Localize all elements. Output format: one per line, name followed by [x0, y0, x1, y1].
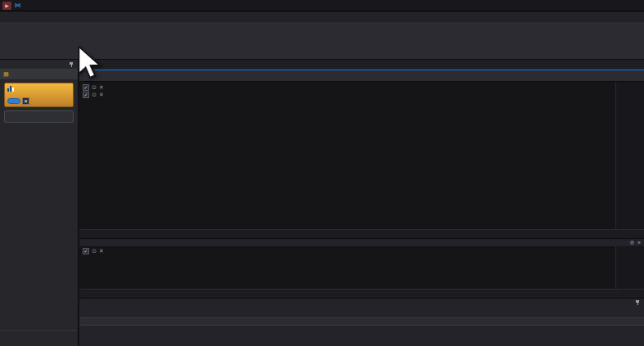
ribbon-tab-strip — [0, 11, 644, 22]
price-axis[interactable] — [615, 82, 644, 229]
sma-remove-icon[interactable]: ✕ — [99, 92, 104, 98]
logs-panel — [79, 298, 644, 346]
quick-access-toolbar: ▶ ⋈ — [2, 2, 22, 10]
price-chart-pane: ✓ ⊙ ✕ ✓ ⊙ ✕ — [79, 82, 644, 238]
minimize-button[interactable] — [603, 1, 615, 11]
chart-toolbar — [79, 70, 644, 82]
price-time-axis[interactable] — [79, 229, 644, 238]
titlebar: ▶ ⋈ — [0, 0, 644, 11]
data-sources-header — [0, 60, 78, 70]
panel-pin-icon[interactable] — [68, 61, 74, 68]
volume-visibility-checkbox[interactable]: ✓ — [83, 248, 89, 254]
volume-chart-pane: ✓ ⊙ ✕ — [79, 246, 644, 298]
source-cards: ✕ — [0, 79, 78, 126]
volume-chart-canvas[interactable] — [79, 246, 615, 289]
volume-legend: ✓ ⊙ ✕ — [83, 248, 106, 254]
series-settings-icon[interactable]: ⊙ — [92, 84, 97, 91]
sources-section-bar[interactable]: ▤ — [0, 70, 78, 79]
logs-pin-icon[interactable] — [634, 299, 641, 306]
volume-pane-titlebar[interactable]: ⚙ ≡ — [79, 238, 644, 246]
sma-visibility-checkbox[interactable]: ✓ — [83, 92, 89, 98]
maximize-button[interactable] — [616, 1, 628, 11]
sources-section-icon: ▤ — [3, 71, 9, 78]
finam-logo-icon — [7, 85, 70, 92]
price-chart-canvas[interactable] — [79, 82, 615, 229]
content-area: ✓ ⊙ ✕ ✓ ⊙ ✕ ⚙ ≡ ✓ ⊙ — [79, 60, 644, 346]
document-tab-strip — [79, 60, 644, 70]
volume-time-axis[interactable] — [79, 289, 644, 298]
volume-pane-menu-icon[interactable]: ≡ — [637, 240, 641, 246]
sma-settings-icon[interactable]: ⊙ — [92, 92, 97, 98]
volume-pane-settings-icon[interactable]: ⚙ — [629, 240, 634, 246]
window-controls — [603, 1, 642, 11]
source-enable-toggle[interactable] — [7, 98, 20, 104]
close-button[interactable] — [629, 1, 642, 11]
chart-legend: ✓ ⊙ ✕ ✓ ⊙ ✕ — [83, 84, 109, 98]
app-logo-icon: ⋈ — [13, 2, 22, 10]
legend-row-candles: ✓ ⊙ ✕ — [83, 84, 109, 91]
quick-start-icon[interactable]: ▶ — [2, 2, 11, 10]
legend-row-volume: ✓ ⊙ ✕ — [83, 248, 106, 254]
logs-toolbar — [79, 307, 644, 317]
series-visibility-checkbox[interactable]: ✓ — [83, 84, 89, 91]
source-card-finam[interactable]: ✕ — [4, 83, 74, 107]
legend-row-sma: ✓ ⊙ ✕ — [83, 92, 109, 98]
finam-card-controls: ✕ — [7, 97, 70, 105]
volume-remove-icon[interactable]: ✕ — [99, 248, 104, 254]
ribbon — [0, 22, 644, 60]
series-remove-icon[interactable]: ✕ — [99, 84, 104, 91]
volume-pane-icons: ⚙ ≡ — [629, 240, 641, 246]
sidebar-nav — [0, 330, 78, 331]
logs-table-header — [79, 317, 644, 326]
source-card-mfd[interactable] — [4, 110, 74, 123]
volume-settings-icon[interactable]: ⊙ — [92, 248, 97, 254]
logs-header — [79, 299, 644, 307]
data-sources-panel: ▤ ✕ — [0, 60, 79, 346]
source-remove-button[interactable]: ✕ — [22, 97, 29, 105]
volume-axis[interactable] — [615, 246, 644, 289]
